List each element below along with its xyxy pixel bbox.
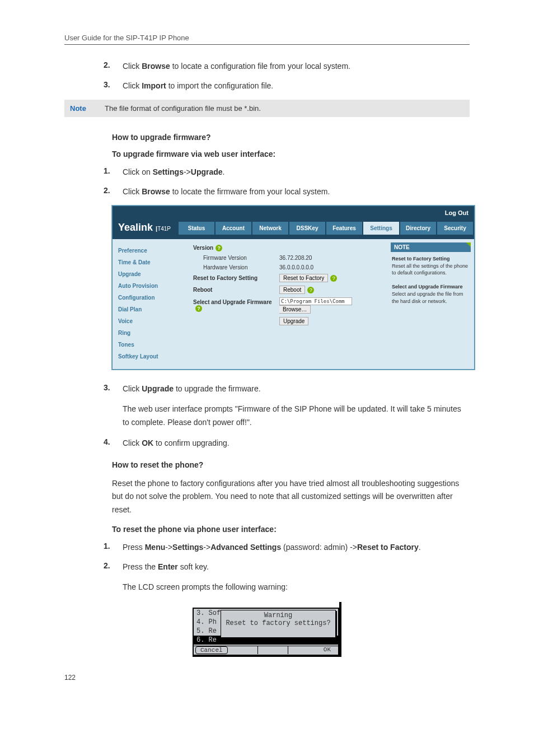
note-panel: NOTE Reset to Factory Setting Reset all … [387, 239, 474, 369]
label-hardware-version: Hardware Version [190, 264, 279, 270]
step-number: 1. [104, 166, 123, 178]
help-icon[interactable]: ? [216, 245, 222, 251]
step-number: 2. [104, 186, 123, 198]
menu-preference[interactable]: Preference [113, 245, 185, 256]
note-text: The file format of configuration file mu… [105, 104, 261, 113]
label-reset-factory: Reset to Factory Setting [190, 275, 279, 281]
upgrade-step-2: 2. Click Browse to locate the firmware f… [104, 186, 470, 198]
settings-menu: Preference Time & Date Upgrade Auto Prov… [113, 239, 185, 369]
help-icon[interactable]: ? [307, 287, 314, 293]
reset-paragraph: Reset the phone to factory configuration… [112, 477, 470, 517]
step-number: 2. [104, 60, 123, 72]
step-text: Click Upgrade to upgrade the firmware. [123, 383, 470, 395]
menu-tones[interactable]: Tones [113, 339, 185, 351]
step-3-detail: The web user interface prompts "Firmware… [123, 403, 470, 430]
logout-link[interactable]: Log Out [113, 206, 474, 220]
step-number: 3. [104, 80, 123, 92]
upgrade-step-3: 3. Click Upgrade to upgrade the firmware… [104, 383, 470, 395]
step-text: Click Browse to locate the firmware from… [123, 186, 470, 198]
step-number: 4. [104, 437, 123, 449]
note-body: Reset to Factory Setting Reset all the s… [391, 252, 471, 308]
menu-voice[interactable]: Voice [113, 315, 185, 327]
step-text: Click on Settings->Upgrade. [123, 166, 470, 178]
upgrade-button[interactable]: Upgrade [279, 317, 308, 325]
step-text: Click Browse to locate a configuration f… [123, 60, 470, 72]
help-icon[interactable]: ? [330, 275, 337, 282]
note-label: Note [70, 104, 105, 113]
note-box: Note The file format of configuration fi… [64, 100, 470, 117]
step-2: 2. Click Browse to locate a configuratio… [104, 60, 470, 72]
menu-time-date[interactable]: Time & Date [113, 256, 185, 268]
page-number: 122 [64, 674, 470, 682]
menu-dial-plan[interactable]: Dial Plan [113, 304, 185, 315]
section-heading-reset: How to reset the phone? [112, 460, 470, 469]
step-text: Press the Enter soft key. [123, 561, 470, 573]
step-text: Click OK to confirm upgrading. [123, 437, 470, 449]
reset-step-2-detail: The LCD screen prompts the following war… [123, 581, 470, 594]
step-number: 2. [104, 561, 123, 573]
section-heading-upgrade: How to upgrade firmware? [112, 133, 470, 142]
tab-security[interactable]: Security [437, 222, 473, 235]
step-text: Press Menu->Settings->Advanced Settings … [123, 542, 470, 553]
tab-dsskey[interactable]: DSSKey [289, 222, 325, 235]
sub-heading-reset: To reset the phone via phone user interf… [112, 525, 470, 534]
brand-logo: Yealink |T41P [113, 220, 179, 239]
menu-configuration[interactable]: Configuration [113, 292, 185, 304]
help-icon[interactable]: ? [195, 305, 202, 312]
lcd-warning-popup: Warning Reset to factory settings? [221, 610, 336, 638]
label-select-upgrade: Select and Upgrade Firmware? [190, 299, 279, 312]
step-number: 1. [104, 542, 123, 553]
browse-button[interactable]: Browse… [279, 305, 311, 314]
reset-step-1: 1. Press Menu->Settings->Advanced Settin… [104, 542, 470, 553]
webui-screenshot: Log Out Yealink |T41P Status Account Net… [112, 206, 475, 370]
reset-to-factory-button[interactable]: Reset to Factory [279, 274, 328, 282]
step-3: 3. Click Import to import the configurat… [104, 80, 470, 92]
step-text: Click Import to import the configuration… [123, 80, 470, 92]
lcd-screenshot: 3. Softkey Label 4. Ph 5. Re 6. Re Warni… [193, 608, 339, 656]
tab-bar: Status Account Network DSSKey Features S… [179, 222, 474, 237]
label-reboot: Reboot [190, 287, 279, 293]
upgrade-step-1: 1. Click on Settings->Upgrade. [104, 166, 470, 178]
lcd-softkey-ok[interactable]: OK [318, 646, 336, 654]
note-heading: NOTE [391, 242, 471, 252]
menu-auto-provision[interactable]: Auto Provision [113, 280, 185, 292]
reboot-button[interactable]: Reboot [279, 286, 305, 294]
step-number: 3. [104, 383, 123, 395]
tab-network[interactable]: Network [252, 222, 288, 235]
tab-directory[interactable]: Directory [400, 222, 436, 235]
tab-account[interactable]: Account [216, 222, 251, 235]
reset-step-2: 2. Press the Enter soft key. [104, 561, 470, 573]
menu-softkey-layout[interactable]: Softkey Layout [113, 351, 185, 362]
lcd-softkey-cancel[interactable]: Cancel [195, 646, 228, 654]
sub-heading-upgrade: To upgrade firmware via web user interfa… [112, 150, 470, 158]
value-hardware-version: 36.0.0.0.0.0.0 [279, 264, 383, 270]
content-panel: Version? Firmware Version 36.72.208.20 H… [185, 239, 387, 369]
lcd-popup-message: Reset to factory settings? [221, 619, 335, 627]
tab-settings[interactable]: Settings [363, 222, 399, 235]
value-firmware-version: 36.72.208.20 [279, 255, 383, 261]
firmware-path-input[interactable]: C:\Program Files\Comm [279, 297, 352, 305]
menu-upgrade[interactable]: Upgrade [113, 268, 185, 280]
menu-ring[interactable]: Ring [113, 327, 185, 339]
tab-status[interactable]: Status [179, 222, 214, 235]
upgrade-step-4: 4. Click OK to confirm upgrading. [104, 437, 470, 449]
label-firmware-version: Firmware Version [190, 255, 279, 261]
page-header: User Guide for the SIP-T41P IP Phone [64, 34, 470, 45]
tab-features[interactable]: Features [326, 222, 362, 235]
label-version: Version? [190, 245, 279, 251]
lcd-popup-title: Warning [221, 612, 335, 619]
